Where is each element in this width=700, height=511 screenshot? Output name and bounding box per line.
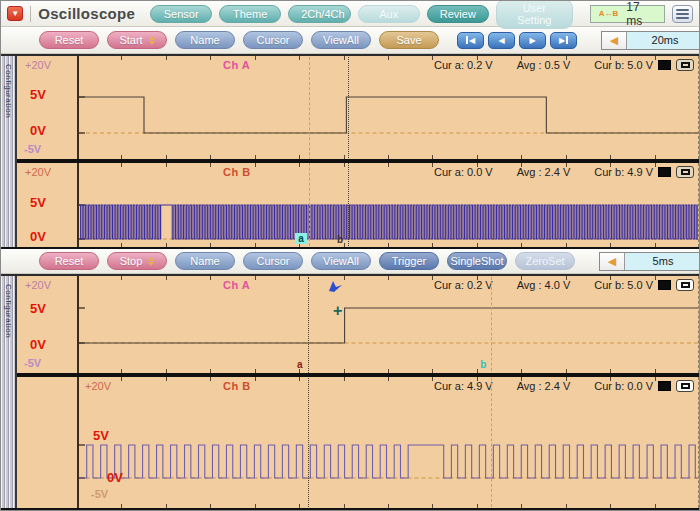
- avg-readout: Avg : 0.5 V: [517, 59, 571, 71]
- scope1-panel: Configuration +20V Ch A Cur a: 0.2 V Avg…: [1, 54, 699, 249]
- axis-5v-label: 5V: [30, 301, 46, 316]
- cursor-a-readout: Cur a: 0.0 V: [434, 166, 493, 178]
- scope2-panel: Configuration +20V Ch A Cur a: 0.2 V Avg…: [1, 274, 699, 510]
- layout-toggle-icon[interactable]: [672, 5, 693, 23]
- timebase-decrease-icon[interactable]: ◀: [600, 253, 624, 270]
- ab-interval-readout: A↔B 17 ms: [590, 5, 665, 23]
- cursor-a-label: a: [295, 233, 307, 244]
- cursor-a-line[interactable]: [309, 57, 310, 246]
- cursor-a-label: a: [294, 359, 306, 506]
- nav-last-button[interactable]: ▶: [550, 32, 577, 49]
- axis-0v-label: 0V: [107, 470, 123, 485]
- trigger-marker-icon[interactable]: [329, 281, 343, 293]
- axis-minus5v-label: -5V: [24, 143, 41, 155]
- app-title: Oscilloscope: [38, 5, 135, 22]
- avg-readout: Avg : 4.0 V: [517, 279, 571, 291]
- scope2-timebase-value[interactable]: 5ms: [624, 253, 700, 270]
- scope1-nav-group: ◀ ◀ ▶ ▶: [457, 32, 577, 49]
- timebase-decrease-icon[interactable]: ◀: [602, 32, 626, 49]
- tab-sensor[interactable]: Sensor: [150, 5, 212, 23]
- axis-5v-label: 5V: [30, 87, 46, 102]
- stop-stepper-icon[interactable]: [148, 257, 154, 266]
- nav-prev-button[interactable]: ◀: [488, 32, 515, 49]
- cursor-b-readout: Cur b: 0.0 V: [594, 380, 653, 392]
- axis-minus5v-label: -5V: [24, 357, 41, 369]
- scope1-start-button[interactable]: Start: [107, 31, 167, 49]
- scope2-stop-button[interactable]: Stop: [107, 252, 167, 270]
- tab-channels[interactable]: 2Ch/4Ch: [288, 5, 351, 23]
- scope2-viewall-button[interactable]: ViewAll: [311, 252, 371, 270]
- scope1-viewall-button[interactable]: ViewAll: [311, 31, 371, 49]
- tab-theme[interactable]: Theme: [219, 5, 281, 23]
- cursor-b-readout: Cur b: 5.0 V: [594, 279, 653, 291]
- avg-readout: Avg : 2.4 V: [517, 380, 571, 392]
- channel-display-toggle-icon[interactable]: [676, 279, 694, 291]
- scope2-name-button[interactable]: Name: [175, 252, 235, 270]
- scope2-cursor-button[interactable]: Cursor: [243, 252, 303, 270]
- channel-b-name: Ch B: [223, 166, 251, 178]
- channel-divider: [17, 373, 699, 377]
- channel-b-plot: [77, 377, 699, 508]
- channel-color-swatch-icon[interactable]: [658, 280, 671, 290]
- channel-a-name: Ch A: [223, 279, 250, 291]
- scope2-zeroset-button[interactable]: ZeroSet: [515, 252, 575, 270]
- scope1-cursor-button[interactable]: Cursor: [243, 31, 303, 49]
- toolbar-divider: [30, 6, 31, 22]
- channel-color-swatch-icon[interactable]: [658, 60, 671, 70]
- cursor-b-readout: Cur b: 5.0 V: [594, 59, 653, 71]
- tab-aux[interactable]: Aux: [358, 5, 420, 23]
- channel-divider: [17, 159, 699, 163]
- nav-next-button[interactable]: ▶: [519, 32, 546, 49]
- avg-readout: Avg : 2.4 V: [517, 166, 571, 178]
- axis-top-label: +20V: [25, 59, 51, 71]
- cursor-a-readout: Cur a: 0.2 V: [434, 59, 493, 71]
- channel-display-toggle-icon[interactable]: [676, 166, 694, 178]
- axis-5v-label: 5V: [30, 195, 46, 210]
- scope2-configuration-handle[interactable]: Configuration: [1, 276, 17, 508]
- channel-b-name: Ch B: [223, 380, 251, 392]
- ab-interval-value: 17 ms: [626, 0, 649, 28]
- cursor-b-label: b: [334, 234, 346, 245]
- axis-top-label: +20V: [25, 279, 51, 291]
- scope2-reset-button[interactable]: Reset: [39, 252, 99, 270]
- menu-dropdown-icon[interactable]: ▼: [7, 6, 23, 21]
- scope1-channel-b-strip: +20V Ch B Cur a: 0.0 V Avg : 2.4 V Cur b…: [17, 163, 699, 247]
- oscilloscope-app: ▼ Oscilloscope Sensor Theme 2Ch/4Ch Aux …: [0, 0, 700, 511]
- channel-color-swatch-icon[interactable]: [658, 167, 671, 177]
- scope1-timebase-value[interactable]: 20ms: [626, 32, 700, 49]
- cursor-b-line[interactable]: [491, 277, 492, 507]
- trigger-level-cross-icon[interactable]: +: [333, 302, 342, 320]
- channel-color-swatch-icon[interactable]: [658, 381, 671, 391]
- nav-first-button[interactable]: ◀: [457, 32, 484, 49]
- scope2-toolbar: Reset Stop Name Cursor ViewAll Trigger S…: [1, 249, 699, 274]
- scope2-trigger-button[interactable]: Trigger: [379, 252, 439, 270]
- top-toolbar: ▼ Oscilloscope Sensor Theme 2Ch/4Ch Aux …: [1, 1, 699, 27]
- start-stepper-icon[interactable]: [149, 36, 155, 45]
- cursor-b-readout: Cur b: 4.9 V: [594, 166, 653, 178]
- axis-top-label: +20V: [25, 166, 51, 178]
- channel-display-toggle-icon[interactable]: [676, 380, 694, 392]
- axis-0v-label: 0V: [30, 337, 46, 352]
- cursor-a-readout: Cur a: 0.2 V: [434, 279, 493, 291]
- scope1-channel-a-strip: +20V Ch A Cur a: 0.2 V Avg : 0.5 V Cur b…: [17, 56, 699, 159]
- channel-display-toggle-icon[interactable]: [676, 59, 694, 71]
- tab-review[interactable]: Review: [427, 5, 489, 23]
- scope1-timebase-control: ◀ 20ms ▶: [601, 31, 700, 50]
- axis-0v-label: 0V: [30, 123, 46, 138]
- axis-0v-label: 0V: [30, 229, 46, 244]
- cursor-a-line[interactable]: [308, 277, 309, 507]
- cursor-b-line[interactable]: [348, 57, 349, 246]
- scope2-channel-a-strip: +20V Ch A Cur a: 0.2 V Avg : 4.0 V Cur b…: [17, 276, 699, 373]
- scope2-singleshot-button[interactable]: SingleShot: [447, 252, 507, 270]
- scope1-configuration-handle[interactable]: Configuration: [1, 56, 17, 247]
- scope1-toolbar: Reset Start Name Cursor ViewAll Save ◀ ◀…: [1, 27, 699, 54]
- channel-a-name: Ch A: [223, 59, 250, 71]
- cursor-b-label: b: [477, 359, 489, 506]
- axis-top-label: +20V: [85, 380, 111, 392]
- scope2-channel-b-strip: +20V Ch B Cur a: 4.9 V Avg : 2.4 V Cur b…: [17, 377, 699, 508]
- channel-a-plot: [77, 56, 699, 159]
- tab-user-setting[interactable]: User Setting: [496, 0, 573, 29]
- scope1-save-button[interactable]: Save: [379, 31, 439, 49]
- scope1-reset-button[interactable]: Reset: [39, 31, 99, 49]
- scope1-name-button[interactable]: Name: [175, 31, 235, 49]
